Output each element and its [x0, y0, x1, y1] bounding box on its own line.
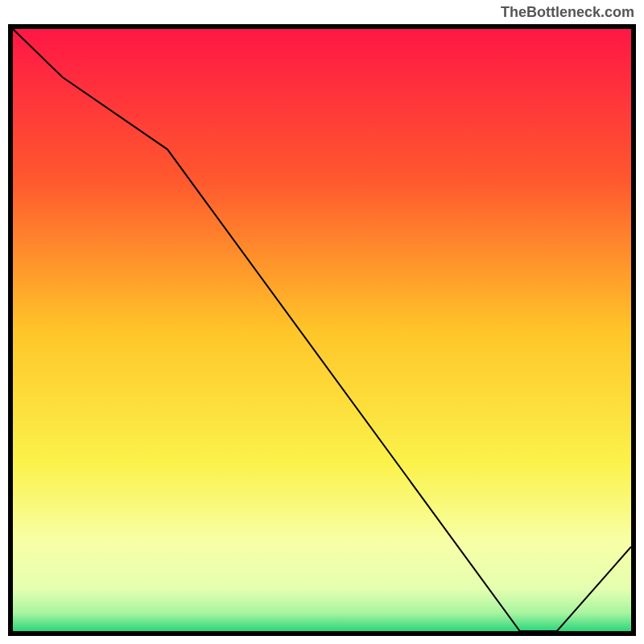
chart-plot-area — [8, 24, 636, 636]
chart-series-line — [13, 29, 631, 631]
chart-line-layer — [13, 29, 631, 631]
watermark-text: TheBottleneck.com — [501, 4, 634, 21]
